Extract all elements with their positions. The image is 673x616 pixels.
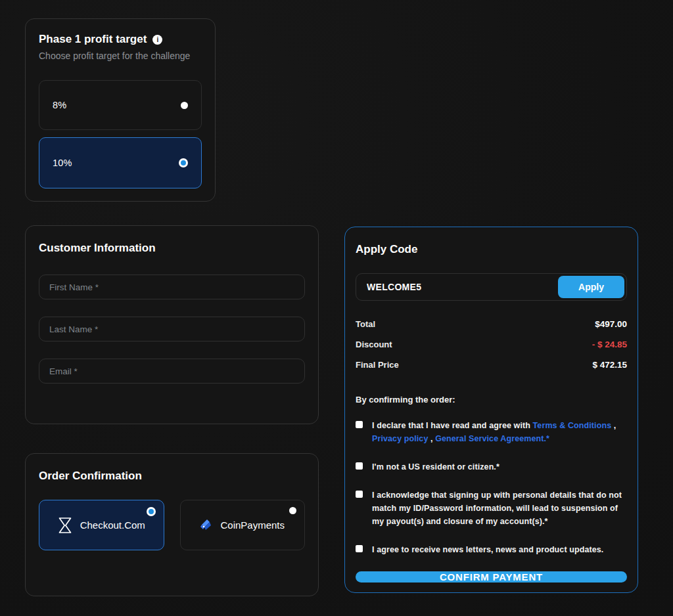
privacy-policy-link[interactable]: Privacy policy — [372, 434, 428, 443]
profit-option-10[interactable]: 10% — [39, 137, 202, 188]
apply-code-card: Apply Code Apply Total $497.00 Discount … — [344, 227, 638, 593]
first-name-field[interactable] — [39, 275, 305, 299]
terms-checkbox[interactable] — [356, 421, 363, 428]
discount-row: Discount - $ 24.85 — [356, 340, 627, 349]
agreement-separator: , — [611, 421, 616, 430]
coinpayments-logo-icon — [200, 519, 212, 531]
promo-code-input[interactable] — [358, 276, 558, 298]
email-field[interactable] — [39, 359, 305, 384]
payment-method-checkout[interactable]: Checkout.Com — [39, 500, 164, 550]
agreement-personal-details: I acknowledge that signing up with perso… — [356, 489, 627, 528]
profit-target-card: Phase 1 profit target Choose profit targ… — [25, 18, 216, 202]
agreement-terms-text-plain: I declare that I have read and agree wit… — [372, 421, 533, 430]
checkout-logo-icon — [58, 517, 72, 534]
profit-option-8-label: 8% — [53, 100, 66, 110]
discount-value: - $ 24.85 — [592, 340, 627, 349]
agreement-us-resident: I'm not a US resident or citizen.* — [356, 460, 627, 473]
newsletter-checkbox[interactable] — [356, 545, 363, 552]
order-confirmation-title: Order Confirmation — [39, 470, 305, 483]
agreement-separator: , — [428, 434, 435, 443]
total-label: Total — [356, 319, 375, 329]
final-price-label: Final Price — [356, 360, 399, 370]
agreement-newsletter-text: I agree to receive news letters, news an… — [372, 543, 603, 556]
agreement-personal-details-text: I acknowledge that signing up with perso… — [372, 489, 627, 528]
radio-selected-icon[interactable] — [179, 158, 188, 167]
promo-code-row: Apply — [356, 273, 627, 301]
profit-target-title: Phase 1 profit target — [39, 33, 202, 46]
payment-method-coinpayments[interactable]: CoinPayments — [180, 500, 306, 550]
profit-option-8[interactable]: 8% — [39, 80, 202, 130]
profit-target-subtitle: Choose profit target for the challenge — [39, 51, 202, 61]
final-price-value: $ 472.15 — [592, 360, 627, 370]
final-price-row: Final Price $ 472.15 — [356, 360, 627, 370]
customer-info-card: Customer Information — [25, 225, 319, 424]
apply-code-title: Apply Code — [356, 243, 627, 256]
profit-option-10-label: 10% — [53, 158, 72, 168]
payment-method-checkout-label: Checkout.Com — [80, 519, 145, 531]
radio-selected-icon[interactable] — [147, 507, 156, 516]
radio-unselected-icon[interactable] — [181, 102, 188, 109]
service-agreement-link[interactable]: General Service Agreement.* — [435, 434, 549, 443]
agreement-us-resident-text: I'm not a US resident or citizen.* — [372, 460, 499, 473]
confirm-payment-button[interactable]: CONFIRM PAYMENT — [356, 571, 627, 583]
agreement-terms: I declare that I have read and agree wit… — [356, 419, 627, 445]
total-value: $497.00 — [595, 319, 627, 329]
agreement-newsletter: I agree to receive news letters, news an… — [356, 543, 627, 556]
info-icon[interactable] — [152, 35, 162, 45]
total-row: Total $497.00 — [356, 319, 627, 329]
terms-conditions-link[interactable]: Terms & Conditions — [533, 421, 612, 430]
radio-unselected-icon[interactable] — [289, 507, 296, 514]
order-confirmation-card: Order Confirmation Checkout.Com CoinPaym… — [25, 453, 319, 596]
last-name-field[interactable] — [39, 317, 305, 341]
personal-details-checkbox[interactable] — [356, 491, 363, 498]
apply-button[interactable]: Apply — [558, 276, 624, 298]
payment-method-coinpayments-label: CoinPayments — [220, 519, 285, 531]
agreement-terms-text: I declare that I have read and agree wit… — [372, 419, 627, 445]
customer-info-title: Customer Information — [39, 242, 305, 255]
us-resident-checkbox[interactable] — [356, 462, 363, 470]
discount-label: Discount — [356, 340, 392, 349]
profit-target-title-text: Phase 1 profit target — [39, 33, 147, 46]
payment-methods-row: Checkout.Com CoinPayments — [39, 500, 305, 550]
confirm-intro-text: By confirming the order: — [356, 395, 627, 405]
